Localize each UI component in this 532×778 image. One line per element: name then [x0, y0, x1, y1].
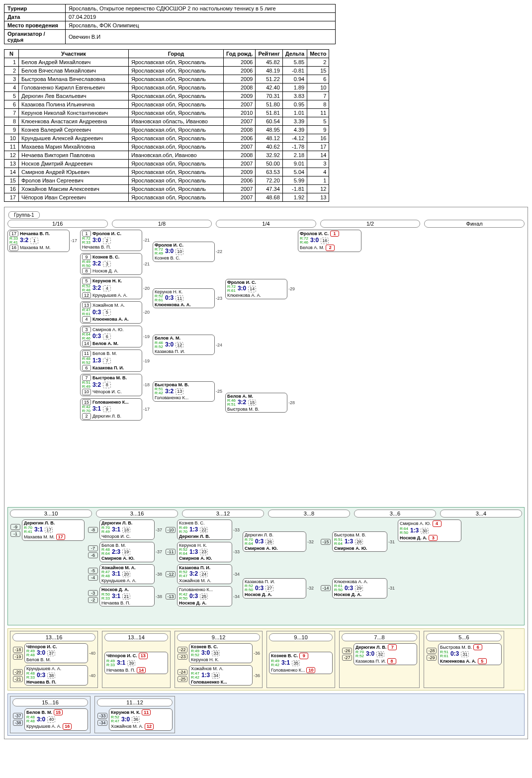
consolation-yellow-block: 13...16-18-19 Чёпоров И. С. R:49R:483:03…	[7, 628, 525, 691]
match: 11Белов В. М. R:48R:521:37 6Казакова П. …	[80, 349, 142, 372]
match: Фролов И. С. R:72R:493:010 Кознев В. С.	[153, 242, 215, 262]
match: Дерюгин Л. В. R:70R:493:118 Чёпоров И. С…	[99, 519, 155, 540]
match: Казакова П. И. R:52R:473:224 Хожайнов М.…	[177, 564, 232, 585]
match: Керунов Н. К.11 R:52R:473:036 Хожайнов М…	[109, 708, 173, 731]
match: 17Нечаева В. П. R:33R:413:21 16Махаева М…	[7, 230, 70, 252]
match: Керунов Н. К. R:52R:610:311 Клюенкова А.…	[153, 288, 215, 309]
match: Керунов Н. К. R:52R:641:323 Смирнов А. Ю…	[177, 542, 232, 562]
match: Белов В. М.15 R:48R:483:040 Крундышев А.…	[24, 708, 88, 731]
match: Чёпоров И. С.13 R:49R:333:139 Нечаева В.…	[104, 652, 168, 674]
match: Носков Д. А. R:50R:333:121 Нечаева В. П.	[99, 586, 155, 606]
match: Быстрова М. В.6 R:51R:610:331 Клюенкова …	[438, 643, 502, 666]
match: 15Голованенко К... R:42R:703:19 2Дерюгин…	[80, 398, 142, 421]
match: Голованенко К... R:42R:500:325 Носков Д.…	[177, 586, 232, 606]
match: Хожайнов М. А. R:47R:421:334 Голованенко…	[189, 665, 253, 686]
match: Быстрова М. В. R:51R:641:328 Смирнов А. …	[332, 531, 387, 552]
match: Белов А. М. R:46R:513:215 Быстрова М. В.	[225, 393, 287, 413]
match: Кознев В. С. R:49R:523:033 Керунов Н. К.	[189, 643, 253, 664]
match: Крундышев А. А. R:48R:330:338 Нечаева В.…	[24, 665, 88, 686]
match: 7Быстрова М. В. R:51R:493:28 10Чёпоров И…	[80, 374, 142, 396]
match: Белов В. М. R:48R:642:319 Смирнов А. Ю.	[99, 542, 155, 562]
match: Быстрова М. В. R:51R:423:213 Голованенко…	[153, 381, 215, 402]
participants-table: N Участник Город Год рожд. Рейтинг Дельт…	[4, 49, 329, 202]
bracket-main: Группа-1 1/161/81/41/2Финал 17Нечаева В.…	[4, 207, 528, 739]
match: 13Хожайнов М. А. R:47R:610:35 4Клюенкова…	[80, 301, 142, 324]
match: Казакова П. И. R:52R:500:327 Носков Д. А…	[243, 578, 306, 599]
match: Фролов И. С.1 R:72R:463:016 Белов А. М.2	[298, 230, 361, 252]
match: Дерюгин Л. В. R:70R:413:117 Махаева М. М…	[22, 519, 85, 541]
match: 9Кознев В. С. R:49R:503:23 8Носков Д. А.	[80, 253, 142, 275]
match: Дерюгин Л. В. R:70R:640:326 Смирнов А. Ю…	[243, 531, 306, 552]
group-label: Группа-1	[8, 211, 40, 219]
match: Кознев В. С. R:49R:701:322 Дерюгин Л. В.	[177, 519, 232, 540]
match: Фролов И. С. R:72R:613:014 Клюенкова А. …	[225, 279, 287, 299]
tournament-info: ТурнирЯрославль, Открытое первенство СДЮ…	[4, 4, 336, 44]
match: Белов А. М. R:46R:523:012 Казакова П. И.	[153, 335, 215, 355]
match: 5Керунов Н. К. R:52R:483:24 12Крундышев …	[80, 277, 142, 299]
consolation-blue-block: 15...16-37-38 Белов В. М.15 R:48R:483:04…	[7, 693, 525, 736]
match: Дерюгин Л. В.7 R:70R:523:032 Казакова П.…	[354, 643, 417, 666]
match: Кознев В. С.9 R:49R:423:135 Голованенко …	[269, 652, 333, 674]
match: Клюенкова А. А. R:61R:500:329 Носков Д. …	[332, 578, 387, 599]
match: 3Смирнов А. Ю. R:64R:460:36 14Белов А. М…	[80, 326, 142, 348]
match: Чёпоров И. С. R:49R:483:037 Белов В. М.	[24, 643, 88, 664]
consolation-3-block: 3...103...163...123...83...63...4 -9-1 Д…	[7, 507, 525, 625]
match: Смирнов А. Ю.4 R:64R:501:330 Носков Д. А…	[398, 519, 461, 542]
match: 1Фролов И. С. R:72R:333:02 Нечаева В. П.	[80, 230, 142, 251]
match: Хожайнов М. А. R:47R:483:120 Крундышев А…	[99, 564, 155, 585]
